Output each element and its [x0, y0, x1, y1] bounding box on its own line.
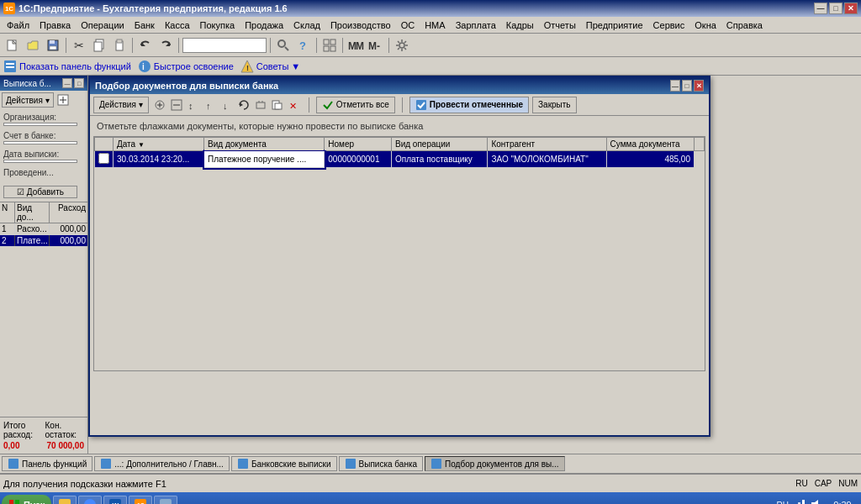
col-number[interactable]: Номер: [325, 138, 392, 151]
taskbar-panel[interactable]: Панель функций: [2, 456, 92, 471]
modal-maximize[interactable]: □: [682, 80, 692, 92]
modal-tb-2[interactable]: [169, 97, 184, 113]
left-toolbar-btn1[interactable]: [55, 92, 71, 108]
svg-rect-49: [101, 459, 111, 469]
status-right: RU CAP NUM: [795, 479, 858, 488]
row-check[interactable]: [95, 151, 114, 168]
taskbar-additional[interactable]: ...: Дополнительно / Главн...: [94, 456, 230, 471]
menu-file[interactable]: Файл: [2, 18, 34, 32]
tips-arrow[interactable]: ▼: [291, 61, 300, 71]
modal-tb-3[interactable]: ↕: [186, 97, 201, 113]
confirm-marked-btn[interactable]: Провести отмеченные: [409, 97, 529, 113]
menu-hr[interactable]: Кадры: [501, 18, 539, 32]
col-doctype[interactable]: Вид документа: [204, 138, 325, 151]
modal-table-container[interactable]: Дата ▼ Вид документа Номер Вид операции …: [93, 136, 705, 371]
col-optype[interactable]: Вид операции: [392, 138, 488, 151]
toolbar-new[interactable]: [3, 36, 22, 55]
modal-tb-8[interactable]: [270, 97, 285, 113]
close-button[interactable]: ✕: [844, 3, 858, 14]
org-value[interactable]: [3, 123, 77, 126]
win-app-1c[interactable]: 1C: [129, 496, 152, 504]
toolbar-settings[interactable]: [393, 36, 411, 55]
toolbar-copy[interactable]: [90, 36, 108, 55]
menu-operations[interactable]: Операции: [76, 18, 129, 32]
tips-icon: !: [240, 60, 254, 73]
win-app-explorer[interactable]: [154, 496, 177, 504]
modal-minimize[interactable]: —: [670, 80, 680, 92]
left-panel-minimize[interactable]: —: [62, 78, 72, 88]
tips-link[interactable]: ! Советы ▼: [240, 60, 300, 73]
taskbar-bank-statement[interactable]: Выписка банка: [339, 456, 424, 471]
minimize-button[interactable]: —: [814, 3, 827, 14]
col-amount-header: Расход: [50, 202, 87, 223]
toolbar-cut[interactable]: ✂: [70, 36, 88, 55]
toolbar-help[interactable]: ?: [294, 36, 313, 55]
modal-close-btn[interactable]: Закрыть: [532, 97, 577, 113]
menu-enterprise[interactable]: Предприятие: [581, 18, 648, 32]
menu-production[interactable]: Производство: [325, 18, 396, 32]
modal-tb-1[interactable]: [152, 97, 167, 113]
toolbar-m-minus[interactable]: M-: [367, 36, 385, 55]
modal-close[interactable]: ✕: [694, 80, 704, 92]
menu-reports[interactable]: Отчеты: [539, 18, 581, 32]
search-input[interactable]: [182, 38, 267, 53]
row-checkbox[interactable]: [98, 153, 109, 164]
menu-bank[interactable]: Банк: [129, 18, 160, 32]
menu-help[interactable]: Справка: [721, 18, 768, 32]
taskbar-bank-statements[interactable]: Банковские выписки: [231, 456, 337, 471]
col-amount[interactable]: Сумма документа: [606, 138, 694, 151]
modal-actions-btn[interactable]: Действия ▾: [93, 97, 149, 113]
modal-tb-4[interactable]: ↑: [203, 97, 218, 113]
bank-value[interactable]: [3, 141, 77, 144]
status-hint: Для получения подсказки нажмите F1: [3, 479, 166, 489]
toolbar-redo[interactable]: [156, 36, 175, 55]
win-app-word[interactable]: W: [103, 496, 127, 504]
left-panel-fields: Организация: Счет в банке: Дата выписки:…: [0, 109, 87, 202]
quick-learn-link[interactable]: i Быстрое освоение: [138, 60, 234, 73]
svg-rect-2: [50, 40, 55, 44]
menu-warehouse[interactable]: Склад: [288, 18, 325, 32]
toolbar-bold-m[interactable]: MM+: [346, 36, 365, 55]
menu-service[interactable]: Сервис: [648, 18, 690, 32]
add-button[interactable]: ☑ Добавить: [3, 186, 77, 198]
toolbar-open[interactable]: [24, 36, 42, 55]
date-value[interactable]: [3, 160, 77, 163]
col-counterparty[interactable]: Контрагент: [488, 138, 606, 151]
toolbar-grid[interactable]: [320, 36, 339, 55]
left-table-row-1[interactable]: 1 Расхо... 000,00: [0, 223, 87, 235]
modal-tb-7[interactable]: [253, 97, 268, 113]
maximize-button[interactable]: □: [829, 3, 843, 14]
svg-rect-17: [330, 46, 335, 51]
row-doctype[interactable]: Платежное поручение ....: [204, 151, 325, 168]
modal-tb-6[interactable]: [236, 97, 251, 113]
col-date[interactable]: Дата ▼: [114, 138, 204, 151]
left-panel-maximize[interactable]: □: [74, 78, 84, 88]
menu-windows[interactable]: Окна: [689, 18, 721, 32]
svg-point-11: [278, 40, 285, 47]
toolbar-save[interactable]: [44, 36, 62, 55]
actions-dropdown[interactable]: Действия ▾: [2, 92, 54, 108]
menu-kassa[interactable]: Касса: [160, 18, 195, 32]
table-row[interactable]: 30.03.2014 23:20... Платежное поручение …: [95, 151, 705, 168]
col-n-header: N: [0, 202, 15, 223]
toolbar-paste[interactable]: [110, 36, 129, 55]
menu-nma[interactable]: НМА: [420, 18, 450, 32]
menu-edit[interactable]: Правка: [34, 18, 76, 32]
menu-os[interactable]: ОС: [396, 18, 420, 32]
start-button[interactable]: Пуск: [2, 495, 51, 504]
mark-all-btn[interactable]: Отметить все: [316, 97, 395, 113]
show-panel-link[interactable]: Показать панель функций: [3, 60, 131, 73]
svg-rect-50: [238, 459, 248, 469]
toolbar-undo[interactable]: [136, 36, 155, 55]
selection-taskbar-icon: [430, 458, 442, 470]
taskbar-doc-selection[interactable]: Подбор документов для вы...: [425, 456, 565, 471]
modal-tb-5[interactable]: ↓: [219, 97, 235, 113]
modal-tb-9[interactable]: ✕: [287, 97, 302, 113]
left-table-row-2[interactable]: 2 Плате... 000,00: [0, 235, 87, 247]
menu-sell[interactable]: Продажа: [240, 18, 288, 32]
menu-salary[interactable]: Зарплата: [451, 18, 501, 32]
win-app-folder[interactable]: [53, 496, 77, 504]
win-app-browser[interactable]: [78, 496, 102, 504]
menu-buy[interactable]: Покупка: [195, 18, 240, 32]
toolbar-find[interactable]: [274, 36, 293, 55]
